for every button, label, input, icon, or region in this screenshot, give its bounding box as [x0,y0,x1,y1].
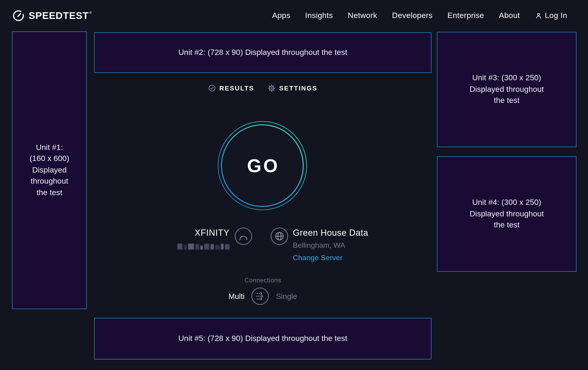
server-location: Bellingham, WA [293,241,345,250]
server-name: Green House Data [293,228,368,238]
nav-item-apps[interactable]: Apps [272,11,290,20]
tab-settings[interactable]: SETTINGS [268,84,317,92]
ad-label: Unit #4: (300 x 250)Displayed throughout… [470,197,544,231]
login-button[interactable]: Log In [535,11,567,20]
ad-unit-5[interactable]: Unit #5: (728 x 90) Displayed throughout… [94,318,431,359]
settings-label: SETTINGS [279,84,317,92]
check-circle-icon [208,84,216,92]
ad-label: Unit #3: (300 x 250)Displayed throughout… [470,73,544,107]
connections-row: Multi Single [94,287,431,305]
go-button[interactable]: GO [218,121,307,210]
nav-item-enterprise[interactable]: Enterprise [447,11,484,20]
globe-icon [271,228,288,245]
main-nav: Apps Insights Network Developers Enterpr… [272,0,567,31]
ad-unit-1[interactable]: Unit #1:(160 x 600)Displayedthroughoutth… [12,31,87,309]
results-label: RESULTS [220,84,254,92]
ad-unit-3[interactable]: Unit #3: (300 x 250)Displayed throughout… [437,32,577,147]
trademark-mark: ® [89,11,92,14]
isp-name: XFINITY [166,228,230,238]
ad-unit-4[interactable]: Unit #4: (300 x 250)Displayed throughout… [437,156,577,272]
ad-label: Unit #2: (728 x 90) Displayed throughout… [178,47,347,58]
speedtest-page: SPEEDTEST® Apps Insights Network Develop… [0,0,588,370]
ad-label: Unit #5: (728 x 90) Displayed throughout… [178,333,347,344]
ad-unit-2[interactable]: Unit #2: (728 x 90) Displayed throughout… [94,32,431,73]
change-server-link[interactable]: Change Server [293,254,343,262]
connections-label: Connections [94,277,431,284]
tabs-row: RESULTS SETTINGS [94,84,431,92]
person-icon [535,12,542,19]
ad-label: Unit #1:(160 x 600)Displayedthroughoutth… [30,142,69,199]
nav-item-developers[interactable]: Developers [392,11,432,20]
gear-icon [268,84,275,92]
logo-text: SPEEDTEST® [29,10,92,21]
header: SPEEDTEST® Apps Insights Network Develop… [0,0,588,31]
user-icon [235,228,252,245]
nav-item-about[interactable]: About [499,11,520,20]
tab-results[interactable]: RESULTS [208,84,254,92]
speedtest-logo[interactable]: SPEEDTEST® [12,0,92,31]
masked-ip [176,243,230,250]
gauge-icon [12,10,24,22]
multi-arrows-icon [252,287,269,305]
go-label: GO [218,121,307,210]
connection-mode-toggle[interactable] [252,287,269,305]
connection-multi-label[interactable]: Multi [228,292,245,300]
connection-single-label[interactable]: Single [276,292,297,300]
nav-item-insights[interactable]: Insights [305,11,333,20]
nav-item-network[interactable]: Network [348,11,377,20]
